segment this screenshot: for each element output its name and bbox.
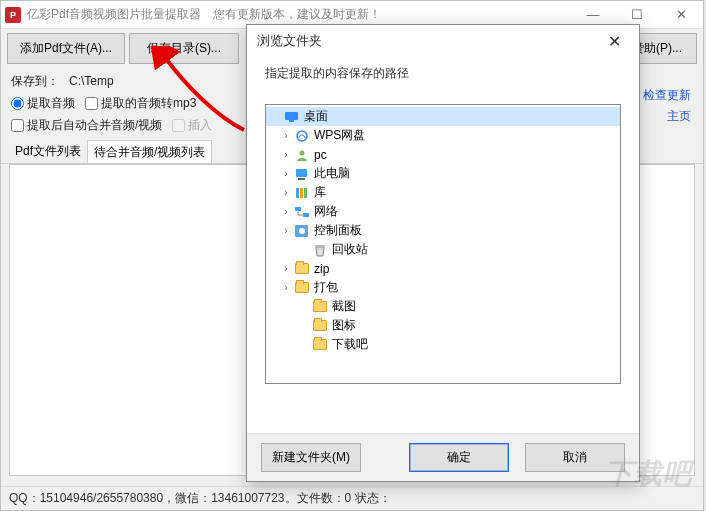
insert-checkbox[interactable]: 插入 [172,117,212,134]
merge-list-tab[interactable]: 待合并音频/视频列表 [87,140,212,163]
app-icon: P [5,7,21,23]
save-to-label: 保存到： [11,73,59,90]
svg-rect-4 [296,169,307,177]
tree-node[interactable]: ›zip [266,259,620,278]
tree-node-label: 图标 [332,317,356,334]
expander-icon[interactable]: › [280,168,292,179]
tree-node[interactable]: ›pc [266,145,620,164]
save-to-path: C:\Temp [69,74,114,88]
check-update-link[interactable]: 检查更新 [643,87,691,104]
lib-icon [294,186,310,200]
audio-to-mp3-checkbox[interactable]: 提取的音频转mp3 [85,95,196,112]
tree-node-label: 控制面板 [314,222,362,239]
close-button[interactable]: ✕ [659,1,703,29]
tree-node-label: zip [314,262,329,276]
svg-rect-10 [303,213,309,217]
update-notice: 您有更新版本，建议及时更新！ [213,6,381,23]
expander-icon[interactable]: › [280,130,292,141]
tree-node[interactable]: 回收站 [266,240,620,259]
extract-audio-label: 提取音频 [27,95,75,112]
new-folder-button[interactable]: 新建文件夹(M) [261,443,361,472]
tree-node-label: pc [314,148,327,162]
tree-node[interactable]: 下载吧 [266,335,620,354]
app-title: 亿彩Pdf音频视频图片批量提取器 [27,6,201,23]
tree-node[interactable]: ›库 [266,183,620,202]
tree-node[interactable]: ›控制面板 [266,221,620,240]
svg-point-3 [300,150,305,155]
tree-node-label: 此电脑 [314,165,350,182]
save-dir-button[interactable]: 保存目录(S)... [129,33,239,64]
folder-icon [294,281,310,295]
folder-icon [312,319,328,333]
tree-node[interactable]: ›打包 [266,278,620,297]
tree-node[interactable]: 截图 [266,297,620,316]
tree-node-label: 截图 [332,298,356,315]
cancel-button[interactable]: 取消 [525,443,625,472]
auto-merge-checkbox[interactable]: 提取后自动合并音频/视频 [11,117,162,134]
status-text: QQ：15104946/2655780380，微信：13461007723。文件… [9,490,391,507]
expander-icon[interactable]: › [280,187,292,198]
tree-node-label: WPS网盘 [314,127,365,144]
dialog-titlebar: 浏览文件夹 ✕ [247,25,639,57]
cpl-icon [294,224,310,238]
folder-icon [312,300,328,314]
tree-node[interactable]: 桌面 [266,107,620,126]
svg-point-12 [299,228,305,234]
tree-node-label: 桌面 [304,108,328,125]
expander-icon[interactable]: › [280,149,292,160]
homepage-link[interactable]: 主页 [643,108,691,125]
svg-rect-6 [296,188,299,198]
svg-rect-13 [315,245,325,247]
svg-rect-0 [285,112,298,120]
auto-merge-label: 提取后自动合并音频/视频 [27,117,162,134]
dialog-title: 浏览文件夹 [257,32,322,50]
browse-folder-dialog: 浏览文件夹 ✕ 指定提取的内容保存的路径 桌面›WPS网盘›pc›此电脑›库›网… [246,24,640,482]
svg-point-2 [297,131,307,141]
svg-rect-8 [304,188,307,198]
net-icon [294,205,310,219]
tree-node-label: 下载吧 [332,336,368,353]
ok-button[interactable]: 确定 [409,443,509,472]
expander-icon[interactable]: › [280,206,292,217]
tree-node-label: 库 [314,184,326,201]
statusbar: QQ：15104946/2655780380，微信：13461007723。文件… [1,486,703,510]
tree-node-label: 回收站 [332,241,368,258]
tree-node[interactable]: 图标 [266,316,620,335]
extract-audio-radio[interactable]: 提取音频 [11,95,75,112]
tree-node-label: 打包 [314,279,338,296]
expander-icon[interactable]: › [280,282,292,293]
folder-icon [312,338,328,352]
desktop-icon [284,110,300,124]
svg-rect-7 [300,188,303,198]
pc-icon [294,167,310,181]
svg-rect-1 [289,120,294,122]
tree-node-label: 网络 [314,203,338,220]
expander-icon[interactable]: › [280,263,292,274]
insert-label: 插入 [188,117,212,134]
svg-rect-9 [295,207,301,211]
side-links: 检查更新 主页 [643,87,691,129]
tree-node[interactable]: ›网络 [266,202,620,221]
bin-icon [312,243,328,257]
audio-to-mp3-label: 提取的音频转mp3 [101,95,196,112]
dialog-close-button[interactable]: ✕ [600,28,629,55]
expander-icon[interactable]: › [280,225,292,236]
user-icon [294,148,310,162]
folder-tree[interactable]: 桌面›WPS网盘›pc›此电脑›库›网络›控制面板回收站›zip›打包截图图标下… [265,104,621,384]
folder-icon [294,262,310,276]
svg-rect-5 [298,178,305,180]
tree-node[interactable]: ›WPS网盘 [266,126,620,145]
dialog-buttons: 新建文件夹(M) 确定 取消 [247,433,639,481]
dialog-instruction: 指定提取的内容保存的路径 [247,57,639,94]
tree-node[interactable]: ›此电脑 [266,164,620,183]
add-pdf-button[interactable]: 添加Pdf文件(A)... [7,33,125,64]
pdf-list-label: Pdf文件列表 [9,140,87,163]
wps-icon [294,129,310,143]
